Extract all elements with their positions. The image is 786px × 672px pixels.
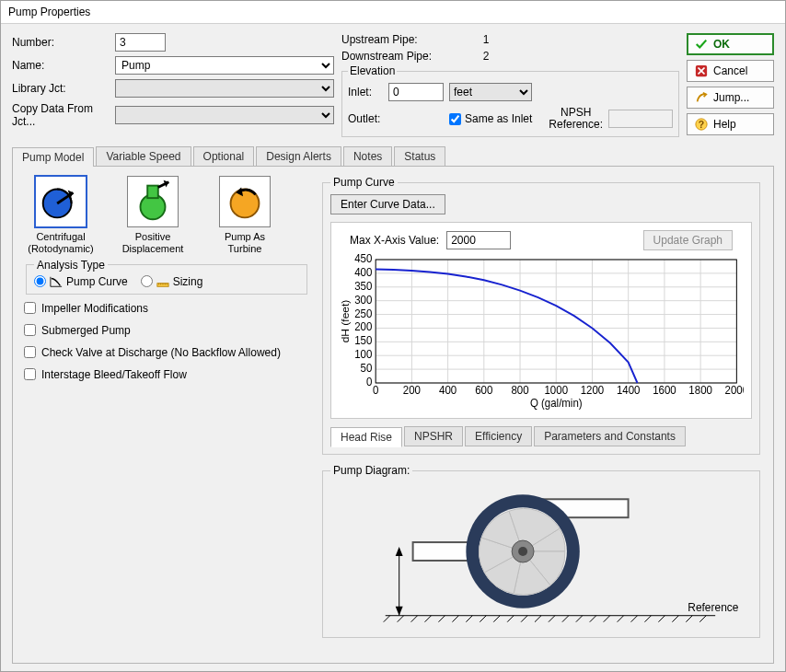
- window-title: Pump Properties: [8, 6, 90, 18]
- pump-diagram-legend: Pump Diagram:: [330, 464, 412, 477]
- reference-label: Reference: [688, 601, 738, 614]
- curve-icon: [50, 275, 63, 288]
- svg-line-59: [411, 616, 418, 622]
- svg-line-74: [618, 616, 624, 622]
- svg-line-68: [535, 616, 541, 622]
- svg-text:100: 100: [354, 348, 373, 360]
- npsh-ref-input[interactable]: [608, 110, 673, 128]
- inlet-input[interactable]: [388, 83, 444, 101]
- update-graph-button[interactable]: Update Graph: [643, 230, 733, 250]
- ok-button-label: OK: [713, 38, 766, 51]
- npsh-ref-label: NPSHReference:: [549, 107, 603, 131]
- svg-line-61: [438, 616, 445, 622]
- right-column: Pump Curve Enter Curve Data... Max X-Axi…: [320, 176, 762, 638]
- svg-text:1200: 1200: [581, 384, 605, 396]
- elev-unit-combo[interactable]: feet: [449, 83, 532, 101]
- turbine-icon: [219, 176, 271, 227]
- tab-notes[interactable]: Notes: [343, 146, 392, 166]
- subtab-head-rise[interactable]: Head Rise: [330, 427, 402, 447]
- svg-text:dH (feet): dH (feet): [340, 300, 352, 343]
- jump-button[interactable]: Jump...: [687, 87, 774, 109]
- svg-text:800: 800: [511, 384, 529, 396]
- svg-text:50: 50: [361, 362, 373, 374]
- svg-text:Q (gal/min): Q (gal/min): [530, 397, 583, 409]
- pump-diagram-svg: Reference: [330, 482, 752, 630]
- svg-line-58: [398, 616, 404, 622]
- interstage-checkbox[interactable]: Interstage Bleed/Takeoff Flow: [24, 368, 309, 381]
- number-label: Number:: [12, 36, 111, 49]
- pump-curve-radio[interactable]: Pump Curve: [34, 275, 128, 288]
- svg-line-70: [562, 616, 569, 622]
- pump-type-row: Centrifugal(Rotodynamic)PositiveDisplace…: [24, 176, 309, 254]
- copy-from-label: Copy Data From Jct...: [12, 102, 111, 128]
- enter-curve-button[interactable]: Enter Curve Data...: [330, 194, 445, 214]
- sizing-radio[interactable]: Sizing: [141, 275, 203, 288]
- jump-button-label: Jump...: [713, 91, 766, 104]
- svg-text:2000: 2000: [725, 384, 744, 396]
- elevation-legend: Elevation: [348, 64, 397, 77]
- svg-line-75: [631, 616, 638, 622]
- svg-text:1800: 1800: [688, 384, 712, 396]
- svg-text:450: 450: [354, 254, 373, 264]
- help-icon: ?: [695, 118, 708, 131]
- subtab-parameters-and-constants[interactable]: Parameters and Constants: [534, 426, 686, 446]
- tab-pump-model[interactable]: Pump Model: [12, 147, 94, 167]
- elevation-group: Elevation Inlet: feet Outlet: Same as In…: [341, 64, 679, 137]
- chart-canvas: 0200400600800100012001400160018002000050…: [339, 254, 744, 411]
- pump-type-label: Centrifugal(Rotodynamic): [24, 231, 98, 254]
- sizing-radio-label: Sizing: [173, 275, 203, 288]
- svg-line-71: [576, 616, 583, 622]
- pump-diagram-group: Pump Diagram: Reference: [322, 464, 760, 638]
- copy-from-combo[interactable]: [115, 106, 334, 124]
- svg-text:600: 600: [475, 384, 493, 396]
- svg-text:400: 400: [439, 384, 457, 396]
- same-as-inlet-label: Same as Inlet: [465, 112, 532, 125]
- subtab-efficiency[interactable]: Efficiency: [465, 426, 532, 446]
- pump-type-turbine[interactable]: Pump AsTurbine: [208, 176, 282, 254]
- cancel-button[interactable]: Cancel: [687, 60, 774, 82]
- ok-button[interactable]: OK: [687, 33, 774, 55]
- tab-status[interactable]: Status: [394, 146, 445, 166]
- titlebar: Pump Properties: [1, 1, 785, 24]
- svg-text:350: 350: [354, 280, 373, 292]
- top-row: Number: Name: Pump Library Jct: Copy Dat…: [12, 33, 774, 137]
- dialog-body: Number: Name: Pump Library Jct: Copy Dat…: [1, 24, 785, 671]
- tab-variable-speed[interactable]: Variable Speed: [96, 146, 191, 166]
- svg-line-80: [699, 616, 706, 622]
- downstream-pipe-value: 2: [445, 50, 527, 63]
- pump-curve-group: Pump Curve Enter Curve Data... Max X-Axi…: [322, 176, 760, 455]
- subtab-npshr[interactable]: NPSHR: [404, 426, 463, 446]
- pump-curve-radio-label: Pump Curve: [66, 275, 128, 288]
- same-as-inlet-input[interactable]: [449, 113, 461, 125]
- check-valve-checkbox[interactable]: Check Valve at Discharge (No Backflow Al…: [24, 346, 309, 359]
- svg-line-77: [658, 616, 665, 622]
- analysis-type-legend: Analysis Type: [34, 259, 108, 272]
- cancel-button-label: Cancel: [713, 64, 766, 77]
- svg-marker-82: [396, 547, 403, 556]
- tab-design-alerts[interactable]: Design Alerts: [256, 146, 341, 166]
- outlet-label: Outlet:: [348, 112, 383, 125]
- pump-type-centrifugal[interactable]: Centrifugal(Rotodynamic): [24, 176, 98, 254]
- library-jct-combo[interactable]: [115, 79, 334, 98]
- help-button[interactable]: ? Help: [687, 113, 774, 135]
- submerged-pump-checkbox[interactable]: Submerged Pump: [24, 324, 309, 337]
- svg-line-79: [686, 616, 692, 622]
- svg-line-60: [425, 616, 432, 622]
- svg-text:250: 250: [354, 307, 373, 319]
- positive-icon: [127, 176, 179, 227]
- ruler-icon: [156, 275, 169, 288]
- sizing-radio-input[interactable]: [141, 275, 153, 287]
- analysis-type-group: Analysis Type Pump Curve Sizing: [26, 259, 307, 295]
- same-as-inlet-checkbox[interactable]: Same as Inlet: [449, 112, 532, 125]
- pump-curve-radio-input[interactable]: [34, 275, 46, 287]
- svg-rect-6: [147, 186, 158, 199]
- pump-type-positive[interactable]: PositiveDisplacement: [116, 176, 190, 254]
- subtab-strip: Head RiseNPSHREfficiencyParameters and C…: [330, 426, 752, 446]
- tab-optional[interactable]: Optional: [193, 146, 255, 166]
- max-x-input[interactable]: [446, 231, 511, 249]
- x-icon: [695, 64, 708, 77]
- impeller-mod-checkbox[interactable]: Impeller Modifications: [24, 302, 309, 315]
- number-input[interactable]: [115, 33, 166, 52]
- name-combo[interactable]: Pump: [115, 56, 334, 75]
- svg-line-63: [466, 616, 472, 622]
